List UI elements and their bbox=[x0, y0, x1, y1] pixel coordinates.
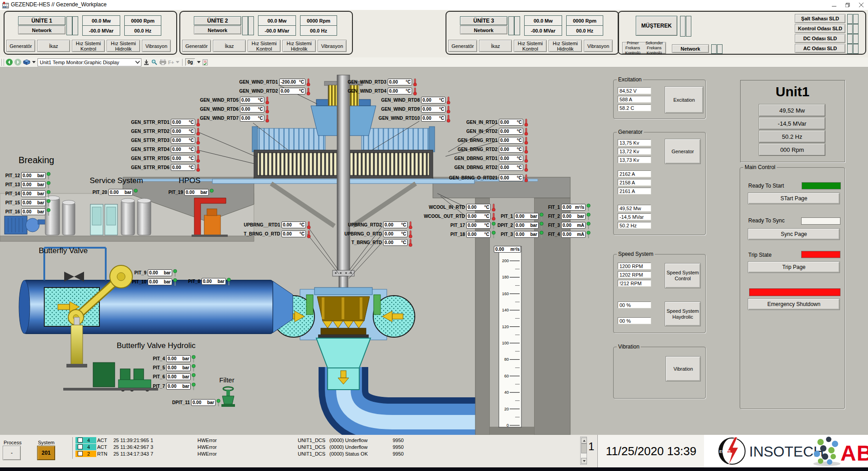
start-page-button[interactable]: STart Page bbox=[748, 193, 840, 204]
sensor-value-box[interactable]: 0.00°C bbox=[240, 97, 264, 104]
sensor-value-box[interactable]: 0.00°C bbox=[171, 164, 195, 171]
sensor-value-box[interactable]: 0.00bar bbox=[21, 199, 46, 206]
unit-3-generator-button[interactable]: Generatör bbox=[448, 40, 477, 52]
sensor-value-box[interactable]: 0.00°C bbox=[279, 88, 305, 94]
combobox-dropdown-icon[interactable] bbox=[135, 61, 140, 64]
unit-3-speed-hydraulic-button[interactable]: Hız Sistemi Hidrolik bbox=[549, 40, 582, 52]
system-button[interactable]: 201 bbox=[37, 446, 55, 460]
scroll-up-icon[interactable] bbox=[581, 438, 587, 443]
sensor-value-box[interactable]: 0.00°C bbox=[171, 137, 195, 144]
sensor-value-box[interactable]: 0.00°C bbox=[466, 213, 491, 220]
sensor-value-box[interactable]: 0.00°C bbox=[499, 164, 523, 171]
alarm-checkbox[interactable] bbox=[78, 438, 83, 443]
sensor-value-box[interactable]: 0.00bar bbox=[166, 364, 191, 371]
unit-2-vibration-button[interactable]: Vibrasyon bbox=[318, 40, 347, 52]
scroll-down-icon[interactable] bbox=[581, 458, 587, 464]
sensor-value-box[interactable]: 0.00°C bbox=[499, 155, 523, 162]
sensor-value-box[interactable]: 0.00bar bbox=[21, 172, 46, 179]
sensor-value-box[interactable]: 0.00m³/s bbox=[494, 246, 521, 253]
excitation-button[interactable]: Excitation bbox=[665, 86, 704, 113]
sensor-value-box[interactable]: 0.00°C bbox=[383, 231, 408, 237]
toolbar-grip[interactable] bbox=[1, 59, 4, 66]
button-ac-odasi-sld[interactable]: AC Odası SLD bbox=[795, 44, 845, 53]
back-icon[interactable] bbox=[6, 59, 13, 66]
unit-3-speed-control-button[interactable]: Hız Sistemi Kontrol bbox=[514, 40, 547, 52]
emergency-shutdown-button[interactable]: Emergency Shutdown bbox=[748, 298, 840, 310]
unit-1-generator-button[interactable]: Generatör bbox=[6, 40, 35, 52]
forward-icon[interactable] bbox=[14, 59, 21, 66]
sensor-value-box[interactable]: 0.00°C bbox=[383, 221, 408, 228]
sensor-value-box[interactable]: 0.00bar bbox=[148, 269, 172, 276]
unit-1-button[interactable]: ÜNİTE 1 bbox=[18, 16, 66, 25]
sensor-value-box[interactable]: 0.00mA bbox=[561, 222, 586, 229]
sensor-value-box[interactable]: 0.00bar bbox=[166, 373, 191, 380]
unit-3-ikaz-button[interactable]: İkaz bbox=[479, 40, 512, 52]
print-icon[interactable] bbox=[160, 58, 166, 66]
sensor-value-box[interactable]: 0.00m³/s bbox=[561, 204, 586, 211]
maximize-button[interactable] bbox=[841, 0, 854, 10]
alarm-row[interactable]: 4ACT25 11:36:42:9673HWErrorUNIT1_DCS(000… bbox=[75, 444, 577, 451]
sync-page-button[interactable]: Sync Page bbox=[748, 228, 840, 240]
unit-1-ikaz-button[interactable]: İkaz bbox=[37, 40, 70, 52]
sensor-value-box[interactable]: 0.00bar bbox=[202, 278, 226, 285]
sensor-value-box[interactable]: 0.00bar bbox=[184, 189, 209, 196]
sensor-value-box[interactable]: 0.00°C bbox=[171, 128, 195, 135]
button-salt-sahasi-sld[interactable]: Şalt Sahası SLD bbox=[795, 14, 845, 23]
fplus-caret[interactable] bbox=[176, 61, 179, 63]
find-icon[interactable] bbox=[151, 58, 158, 66]
unit-2-speed-hydraulic-button[interactable]: Hız Sistemi Hidrolik bbox=[282, 40, 316, 52]
vibration-button[interactable]: Vibration bbox=[666, 356, 701, 382]
unit-1-speed-hydraulic-button[interactable]: Hız Sistemi Hidrolik bbox=[107, 40, 140, 52]
scrollbar-thumb[interactable] bbox=[581, 443, 587, 453]
unit-2-speed-control-button[interactable]: Hız Sistemi Kontrol bbox=[248, 40, 281, 52]
fplus-icon[interactable]: F+ bbox=[168, 60, 174, 65]
sensor-value-box[interactable]: 0.00°C bbox=[171, 146, 195, 153]
sensor-value-box[interactable]: 0.00bar bbox=[191, 399, 216, 406]
unit-3-network-button[interactable]: Network bbox=[460, 26, 507, 34]
sensor-value-box[interactable]: 0.00bar bbox=[21, 208, 46, 215]
sensor-value-box[interactable]: 0.00°C bbox=[171, 155, 195, 162]
alarm-row[interactable]: 4ACT25 11:39:21:9651HWErrorUNIT1_DCS(000… bbox=[75, 437, 577, 444]
sensor-value-box[interactable]: 0.00°C bbox=[383, 239, 408, 246]
minimize-button[interactable] bbox=[827, 0, 841, 10]
alarm-checkbox[interactable] bbox=[78, 444, 83, 449]
report-icon[interactable] bbox=[202, 58, 208, 66]
sensor-value-box[interactable]: 0.00°C bbox=[388, 79, 412, 85]
sensor-value-box[interactable]: 0.00°C bbox=[499, 174, 523, 181]
sensor-value-box[interactable]: 0.00°C bbox=[388, 88, 412, 94]
aspect-menu-caret[interactable] bbox=[32, 61, 36, 63]
sensor-value-box[interactable]: 0.00bar bbox=[514, 222, 539, 229]
sensor-value-box[interactable]: 0.00°C bbox=[466, 204, 491, 211]
sensor-value-box[interactable]: 0.00bar bbox=[21, 190, 46, 197]
sensor-value-box[interactable]: 0.00mA bbox=[561, 231, 586, 238]
process-button[interactable]: - bbox=[3, 446, 21, 460]
zoom-caret[interactable] bbox=[197, 61, 201, 63]
sensor-value-box[interactable]: 0.00bar bbox=[108, 189, 133, 196]
musterek-button[interactable]: MÜŞTEREK bbox=[636, 16, 677, 36]
sensor-value-box[interactable]: 0.00°C bbox=[499, 119, 523, 126]
button-kontrol-odasi-sld[interactable]: Kontrol Odası SLD bbox=[795, 24, 845, 33]
unit-1-network-button[interactable]: Network bbox=[18, 26, 66, 34]
sensor-value-box[interactable]: 0.00bar bbox=[514, 213, 539, 220]
unit-1-speed-control-button[interactable]: Hız Sistemi Kontrol bbox=[72, 40, 105, 52]
sensor-value-box[interactable]: 0.00bar bbox=[561, 213, 586, 220]
alarm-scrollbar[interactable] bbox=[580, 437, 587, 465]
sensor-value-box[interactable]: 0.00bar bbox=[148, 278, 172, 285]
unit-2-button[interactable]: ÜNİTE 2 bbox=[194, 16, 241, 25]
frequency-control-button[interactable]: Primer Frekans KontrolüSekonder Frekans … bbox=[622, 42, 666, 54]
unit-2-network-button[interactable]: Network bbox=[194, 26, 241, 34]
sensor-value-box[interactable]: 0.00°C bbox=[421, 115, 446, 122]
sensor-value-box[interactable]: 0.00°C bbox=[466, 222, 491, 229]
sensor-value-box[interactable]: 0.00bar bbox=[166, 383, 191, 390]
alarm-row[interactable]: 2RTN25 11:34:17:3437HWErrorUNIT1_DCS(000… bbox=[75, 451, 577, 457]
common-network-button[interactable]: Network bbox=[672, 44, 709, 53]
trip-page-button[interactable]: Trip Page bbox=[748, 261, 840, 273]
sensor-value-box[interactable]: -200.00°C bbox=[279, 79, 305, 85]
unit-3-vibration-button[interactable]: Vibrasyon bbox=[584, 40, 613, 52]
unit-2-ikaz-button[interactable]: İkaz bbox=[213, 40, 246, 52]
close-button[interactable] bbox=[854, 0, 868, 10]
pin-display-icon[interactable] bbox=[143, 58, 150, 66]
sensor-value-box[interactable]: 0.00bar bbox=[166, 355, 191, 362]
aspect-address-combobox[interactable]: Unit1 Temp Monitor:Graphic Display bbox=[38, 58, 141, 66]
sensor-value-box[interactable]: 0.00°C bbox=[282, 231, 306, 237]
